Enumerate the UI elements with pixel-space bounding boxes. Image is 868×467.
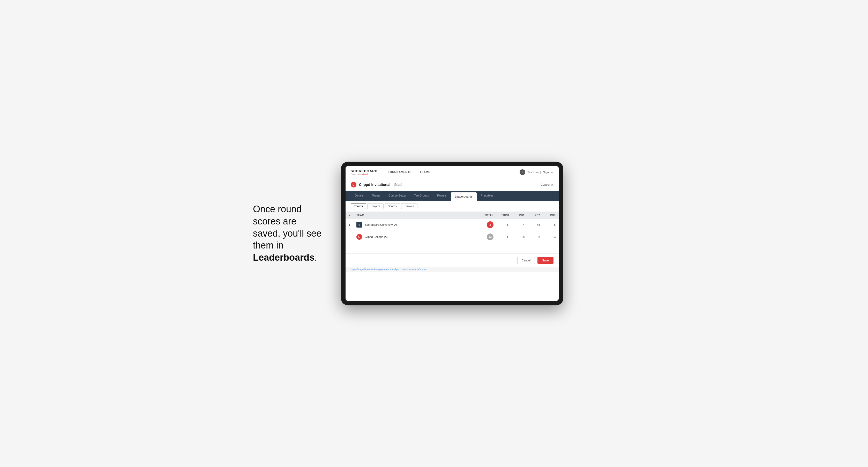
logo-powered: Powered by clippd [351, 173, 378, 175]
col-rd3: RD3 [543, 212, 559, 219]
subtab-players[interactable]: Players [367, 203, 383, 209]
footer-cancel-button[interactable]: Cancel [517, 257, 535, 264]
top-nav: SCOREBOARD Powered by clippd TOURNAMENTS… [345, 166, 559, 178]
cell-thru: F [497, 219, 512, 231]
cell-thru: F [497, 231, 512, 243]
close-icon: ✕ [551, 183, 554, 187]
col-rd1: RD1 [512, 212, 528, 219]
cell-total: +3 [476, 231, 497, 243]
tab-course-setup[interactable]: Course Setup [384, 191, 410, 201]
cell-total: -5 [476, 219, 497, 231]
intro-line4: them in [253, 240, 283, 251]
score-badge: +3 [487, 234, 494, 240]
tournament-icon: C [351, 182, 356, 187]
cancel-top-label: Cancel [541, 183, 550, 186]
logo-text: SCOREBOARD [351, 169, 378, 173]
table-header-row: # TEAM TOTAL THRU RD1 RD2 RD3 [345, 212, 559, 219]
tab-leaderboards[interactable]: Leaderboards [451, 192, 477, 201]
sign-out-link[interactable]: Sign out [543, 171, 554, 174]
logo-area: SCOREBOARD Powered by clippd [351, 169, 378, 175]
cell-rd2: +5 [528, 219, 543, 231]
intro-line5-end: . [314, 252, 317, 263]
footer-save-button[interactable]: Save [537, 257, 554, 264]
nav-teams[interactable]: TEAMS [416, 166, 435, 178]
leaderboard-table: # TEAM TOTAL THRU RD1 RD2 RD3 1 S Scoreb… [345, 212, 559, 243]
subtab-teams[interactable]: Teams [351, 203, 366, 209]
intro-line5-bold: Leaderboards [253, 252, 314, 263]
tournament-header: C Clippd Invitational (Men) Cancel ✕ [345, 178, 559, 191]
tab-details[interactable]: Details [351, 191, 368, 201]
status-url: https://stage-blue-coach.stagescoreboard… [351, 268, 427, 271]
logo-brand: clippd [362, 173, 368, 175]
nav-links: TOURNAMENTS TEAMS [384, 166, 520, 178]
nav-tournaments[interactable]: TOURNAMENTS [384, 166, 416, 178]
intro-line3: saved, you'll see [253, 228, 321, 239]
tab-printables[interactable]: Printables [477, 191, 498, 201]
user-name: Test User | [527, 171, 541, 174]
sub-tabs: Teams Players Scores Strokes [345, 201, 559, 212]
team-logo-icon: S [356, 222, 362, 227]
cell-team: S Scoreboard University [A] [353, 219, 476, 231]
col-rank: # [345, 212, 353, 219]
col-team: TEAM [353, 212, 476, 219]
tab-results[interactable]: Results [433, 191, 451, 201]
cell-rank: 1 [345, 219, 353, 231]
tournament-name: Clippd Invitational [359, 183, 390, 187]
cell-rd3: -6 [543, 219, 559, 231]
tablet-frame: SCOREBOARD Powered by clippd TOURNAMENTS… [341, 162, 563, 305]
user-avatar: S [520, 169, 525, 175]
table-row: 1 S Scoreboard University [A] -5 F -4 +5… [345, 219, 559, 231]
col-thru: THRU [497, 212, 512, 219]
status-bar: https://stage-blue-coach.stagescoreboard… [345, 267, 559, 272]
intro-text: Once round scores are saved, you'll see … [253, 203, 326, 264]
subtab-scores[interactable]: Scores [384, 203, 400, 209]
cell-team: C Clippd College [A] [353, 231, 476, 243]
nav-right: S Test User | Sign out [520, 169, 554, 175]
table-row: 2 C Clippd College [A] +3 F +8 -8 +3 [345, 231, 559, 243]
tablet-screen: SCOREBOARD Powered by clippd TOURNAMENTS… [345, 166, 559, 301]
modal-footer: Cancel Save [345, 253, 559, 267]
subtab-strokes[interactable]: Strokes [401, 203, 417, 209]
tab-bar: Details Teams Course Setup Tee Groups Re… [345, 191, 559, 201]
team-name-label: Clippd College [A] [365, 235, 388, 239]
cell-rd3: +3 [543, 231, 559, 243]
team-logo-icon: C [356, 234, 362, 240]
tab-tee-groups[interactable]: Tee Groups [410, 191, 433, 201]
cell-rd1: -4 [512, 219, 528, 231]
cell-rd2: -8 [528, 231, 543, 243]
tab-teams[interactable]: Teams [368, 191, 384, 201]
cell-rd1: +8 [512, 231, 528, 243]
tournament-title-area: C Clippd Invitational (Men) [351, 182, 402, 187]
tournament-sub: (Men) [394, 183, 402, 186]
intro-line1: Once round [253, 204, 302, 214]
col-rd2: RD2 [528, 212, 543, 219]
cell-rank: 2 [345, 231, 353, 243]
intro-line2: scores are [253, 216, 297, 226]
col-total: TOTAL [476, 212, 497, 219]
team-name-label: Scoreboard University [A] [365, 223, 397, 226]
score-badge: -5 [487, 221, 494, 228]
cancel-top-button[interactable]: Cancel ✕ [541, 183, 554, 187]
